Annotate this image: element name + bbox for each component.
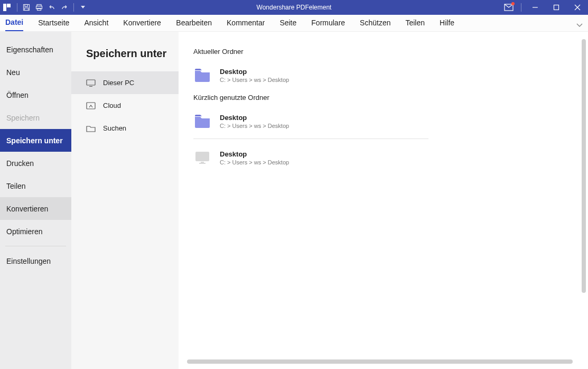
notifications-icon[interactable] (500, 0, 518, 15)
svg-rect-15 (87, 103, 95, 109)
title-bar: Wondershare PDFelement (0, 0, 588, 15)
quick-access-toolbar (15, 2, 89, 13)
save-icon[interactable] (21, 2, 32, 13)
tab-bearbeiten[interactable]: Bearbeiten (176, 14, 212, 31)
cloud-icon (86, 102, 96, 109)
file-menu-einstellungen[interactable]: Einstellungen (0, 250, 71, 272)
saveas-source-column: Speichern unter Dieser PC Cloud Suchen (71, 32, 179, 369)
folder-row[interactable]: Desktop C: > Users > ws > Desktop (193, 63, 575, 87)
source-dieser-pc[interactable]: Dieser PC (71, 71, 179, 94)
file-menu-drucken[interactable]: Drucken (0, 152, 71, 174)
tab-formulare[interactable]: Formulare (311, 14, 345, 31)
source-suchen[interactable]: Suchen (71, 117, 179, 140)
file-menu-speichern-unter[interactable]: Speichern unter (0, 129, 71, 152)
folder-path: C: > Users > ws > Desktop (220, 123, 289, 129)
folder-path: C: > Users > ws > Desktop (220, 77, 289, 83)
tab-seite[interactable]: Seite (279, 14, 296, 31)
folder-purple-icon (193, 113, 211, 129)
monitor-icon (86, 79, 96, 87)
folder-row[interactable]: Desktop C: > Users > ws > Desktop (193, 145, 575, 170)
recent-folder-header: Kürzlich genutzte Ordner (193, 94, 575, 102)
vertical-scrollbar[interactable] (582, 39, 586, 293)
file-menu-eigenschaften[interactable]: Eigenschaften (0, 38, 71, 61)
ribbon-expand-icon[interactable] (576, 20, 583, 30)
source-label: Cloud (103, 102, 121, 109)
folder-icon (86, 125, 96, 132)
divider (5, 246, 66, 246)
svg-rect-10 (554, 5, 559, 10)
svg-rect-16 (195, 152, 209, 161)
folder-name: Desktop (220, 114, 289, 122)
folder-purple-icon (193, 67, 211, 83)
file-menu-konvertieren[interactable]: Konvertieren (0, 197, 71, 220)
file-menu-optimieren[interactable]: Optimieren (0, 220, 71, 243)
tab-konvertieren[interactable]: Konvertieren (123, 14, 161, 31)
minimize-button[interactable] (525, 0, 546, 15)
monitor-grey-icon (193, 150, 211, 165)
file-menu-teilen[interactable]: Teilen (0, 174, 71, 197)
svg-rect-13 (87, 80, 95, 85)
svg-rect-4 (25, 8, 29, 11)
divider (193, 139, 428, 139)
tab-teilen[interactable]: Teilen (405, 14, 425, 31)
tab-ansicht[interactable]: Ansicht (84, 14, 108, 31)
folder-name: Desktop (220, 150, 289, 158)
folder-name: Desktop (220, 68, 289, 76)
saveas-content: Aktueller Ordner Desktop C: > Users > ws… (179, 32, 588, 369)
svg-rect-3 (25, 5, 27, 7)
source-cloud[interactable]: Cloud (71, 94, 179, 117)
undo-icon[interactable] (46, 2, 58, 13)
maximize-button[interactable] (546, 0, 567, 15)
file-menu-sidebar: Eigenschaften Neu Öffnen Speichern Speic… (0, 32, 71, 369)
close-button[interactable] (567, 0, 588, 15)
main-content: Eigenschaften Neu Öffnen Speichern Speic… (0, 32, 588, 369)
file-menu-neu[interactable]: Neu (0, 61, 71, 84)
folder-row[interactable]: Desktop C: > Users > ws > Desktop (193, 109, 575, 133)
saveas-title: Speichern unter (71, 32, 179, 71)
ribbon-tabs: Datei Startseite Ansicht Konvertieren Be… (0, 15, 588, 32)
svg-rect-0 (3, 4, 6, 11)
svg-rect-18 (199, 163, 206, 164)
file-menu-speichern: Speichern (0, 106, 71, 129)
notification-badge (511, 2, 515, 5)
tab-startseite[interactable]: Startseite (38, 14, 69, 31)
qat-dropdown-icon[interactable] (77, 2, 89, 13)
tab-schuetzen[interactable]: Schützen (360, 14, 390, 31)
source-label: Suchen (103, 124, 126, 132)
folder-path: C: > Users > ws > Desktop (220, 159, 289, 165)
tab-datei[interactable]: Datei (5, 14, 23, 31)
svg-rect-1 (7, 4, 11, 7)
source-label: Dieser PC (103, 79, 134, 87)
current-folder-header: Aktueller Ordner (193, 48, 575, 56)
print-icon[interactable] (33, 2, 45, 13)
tab-kommentar[interactable]: Kommentar (227, 14, 265, 31)
redo-icon[interactable] (59, 2, 70, 13)
svg-rect-17 (201, 162, 204, 163)
tab-hilfe[interactable]: Hilfe (440, 14, 454, 31)
file-menu-oeffnen[interactable]: Öffnen (0, 84, 71, 106)
app-logo-icon (2, 3, 12, 12)
horizontal-scrollbar[interactable] (187, 359, 573, 364)
